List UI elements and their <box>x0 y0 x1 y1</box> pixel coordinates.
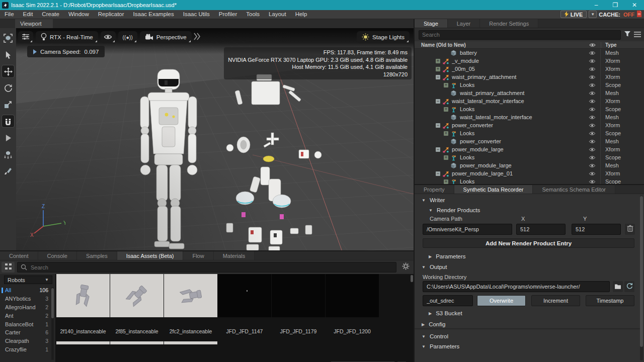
prim-name[interactable]: _v_module <box>452 58 584 64</box>
asset-search-input[interactable] <box>17 262 396 273</box>
increment-mode-button[interactable]: Increment <box>531 295 580 306</box>
asset-tile[interactable]: 2f85_instanceable <box>110 274 164 362</box>
camera-speed-indicator[interactable]: Camera Speed: 0.097 <box>27 46 105 57</box>
prim-name[interactable]: Looks <box>460 154 584 160</box>
expander-plus-icon[interactable]: + <box>444 83 448 87</box>
menu-item-tools[interactable]: Tools <box>242 10 264 19</box>
visibility-eye-icon[interactable] <box>584 75 601 79</box>
expander-minus-icon[interactable]: − <box>436 75 440 79</box>
overwrite-mode-button[interactable]: Overwrite <box>477 295 526 306</box>
menu-item-profiler[interactable]: Profiler <box>214 10 242 19</box>
tab-stage[interactable]: Stage <box>415 19 448 28</box>
tab-content[interactable]: Content <box>0 251 38 260</box>
live-dropdown-chevron[interactable]: ▼ <box>589 11 597 18</box>
stage-row[interactable]: +LooksScope <box>415 153 644 161</box>
output-section-header[interactable]: ▼ Output <box>422 264 447 270</box>
visibility-eye-icon[interactable] <box>584 179 601 184</box>
live-button[interactable]: LIVE <box>560 11 587 18</box>
stage-row[interactable]: waist_primary_attachmentMesh <box>415 89 644 97</box>
stage-row[interactable]: +LooksScope <box>415 105 644 113</box>
tab-property[interactable]: Property <box>415 185 454 194</box>
visibility-eye-icon[interactable] <box>584 83 601 87</box>
parameters-section-header[interactable]: ▶ Parameters <box>429 253 466 259</box>
minimize-button[interactable]: – <box>587 0 606 10</box>
visibility-eye-icon[interactable] <box>584 115 601 120</box>
prim-name[interactable]: power_converter <box>460 138 584 144</box>
stage-row[interactable]: +LooksScope <box>415 81 644 89</box>
tab-render-settings[interactable]: Render Settings <box>480 19 538 28</box>
tab-synthetic-data-recorder[interactable]: Synthetic Data Recorder <box>454 185 533 194</box>
stage-row[interactable]: +_00m_05Xform <box>415 65 644 73</box>
tab-semantics-schema-editor[interactable]: Semantics Schema Editor <box>533 185 615 194</box>
menu-item-isaac-examples[interactable]: Isaac Examples <box>129 10 179 19</box>
expander-plus-icon[interactable]: + <box>444 107 448 112</box>
working-directory-input[interactable] <box>423 281 610 292</box>
control-parameters-section-header[interactable]: ▼ Parameters <box>422 343 459 349</box>
asset-thumbnail[interactable] <box>326 274 379 317</box>
expander-plus-icon[interactable]: + <box>436 67 440 71</box>
tab-flow[interactable]: Flow <box>183 251 213 260</box>
visibility-options-button[interactable] <box>101 31 116 43</box>
category-carter[interactable]: Carter6 <box>0 328 51 337</box>
toolbar-overflow-chevrons-icon[interactable] <box>193 32 200 43</box>
asset-thumbnail[interactable] <box>56 274 110 317</box>
tab-samples[interactable]: Samples <box>77 251 117 260</box>
visibility-eye-icon[interactable] <box>584 163 601 168</box>
asset-thumbnail[interactable] <box>218 274 271 317</box>
asset-tile[interactable]: JFD_JFD_1147 <box>218 274 271 362</box>
visibility-eye-icon[interactable] <box>584 51 601 55</box>
prim-name[interactable]: Looks <box>460 130 584 136</box>
stage-search-input[interactable] <box>419 30 621 40</box>
column-visibility-header-eye-icon[interactable] <box>584 43 601 47</box>
visibility-eye-icon[interactable] <box>584 59 601 63</box>
tab-isaac-assets-beta[interactable]: Isaac Assets (Beta) <box>117 251 184 260</box>
category-dropdown[interactable]: Robots ▼ <box>4 276 52 284</box>
menu-item-help[interactable]: Help <box>291 10 312 19</box>
rotate-tool-icon[interactable] <box>2 82 14 94</box>
tab-materials[interactable]: Materials <box>214 251 255 260</box>
stage-row[interactable]: power_converterMesh <box>415 137 644 145</box>
writer-section-header[interactable]: ▼ Writer <box>422 197 445 203</box>
physics-drop-tool-icon[interactable] <box>2 148 14 160</box>
visibility-eye-icon[interactable] <box>584 67 601 71</box>
asset-thumbnail[interactable] <box>164 274 217 317</box>
prim-name[interactable]: waist_lateral_motor_interface <box>460 114 584 120</box>
visibility-eye-icon[interactable] <box>584 139 601 144</box>
stage-row[interactable]: −power_converterXform <box>415 121 644 129</box>
prim-name[interactable]: battery <box>460 50 584 56</box>
stage-row[interactable]: −power_module_large_01Xform <box>415 169 644 177</box>
renderer-selector-button[interactable]: RTX - Real-Time <box>36 31 98 43</box>
visibility-eye-icon[interactable] <box>584 147 601 152</box>
config-section-header[interactable]: ▶ Config <box>422 321 445 327</box>
prim-name[interactable]: power_converter <box>452 122 584 128</box>
s3-bucket-section-header[interactable]: ▶ S3 Bucket <box>429 310 462 316</box>
visibility-eye-icon[interactable] <box>584 123 601 128</box>
delete-entry-button[interactable] <box>625 224 635 235</box>
prim-name[interactable]: waist_primary_attachment <box>460 90 584 96</box>
snap-tool-icon[interactable] <box>2 115 14 127</box>
frame-select-tool-icon[interactable] <box>2 32 14 44</box>
stage-lights-button[interactable]: Stage Lights <box>357 31 410 43</box>
filter-funnel-icon[interactable] <box>624 30 631 39</box>
asset-thumbnail[interactable] <box>272 274 325 317</box>
visibility-eye-icon[interactable] <box>584 107 601 112</box>
asset-grid-scrollbar[interactable] <box>411 275 413 282</box>
expander-plus-icon[interactable]: + <box>444 179 448 184</box>
stage-row[interactable]: −waist_lateral_motor_interfaceXform <box>415 97 644 105</box>
refresh-button[interactable] <box>624 281 634 292</box>
prim-name[interactable]: power_module_large <box>452 146 584 152</box>
expander-plus-icon[interactable]: + <box>444 155 448 160</box>
stage-row[interactable]: batteryMesh <box>415 49 644 57</box>
scale-tool-icon[interactable] <box>2 99 14 111</box>
collection-view-button[interactable] <box>2 262 15 273</box>
control-section-header[interactable]: ▼ Control <box>422 333 448 339</box>
expander-minus-icon[interactable]: − <box>436 123 440 128</box>
expander-plus-icon[interactable]: + <box>444 131 448 136</box>
prim-name[interactable]: _00m_05 <box>452 66 584 72</box>
column-type-header[interactable]: Type <box>601 42 644 48</box>
asset-tile[interactable]: JFD_JFD_1179 <box>272 274 325 362</box>
menu-item-replicator[interactable]: Replicator <box>94 10 129 19</box>
recorder-scrollbar[interactable] <box>640 196 643 360</box>
paint-brush-tool-icon[interactable] <box>2 165 14 177</box>
maximize-button[interactable]: ❐ <box>606 0 625 10</box>
